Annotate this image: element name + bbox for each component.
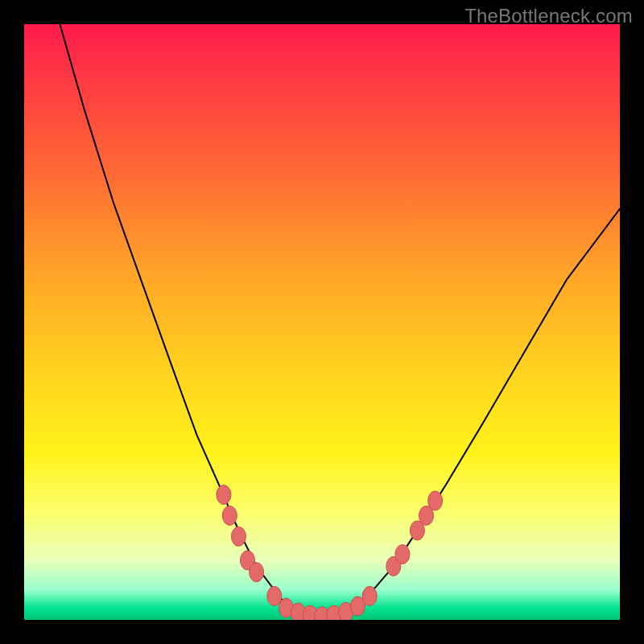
watermark-text: TheBottleneck.com	[464, 5, 633, 27]
data-marker	[231, 526, 246, 546]
curve-layer	[24, 24, 620, 620]
data-markers	[217, 485, 443, 620]
data-marker	[222, 506, 237, 526]
data-marker	[362, 586, 377, 605]
data-marker	[428, 491, 443, 510]
data-marker	[217, 485, 231, 505]
bottleneck-curve	[60, 24, 620, 617]
plot-area	[24, 24, 620, 620]
data-marker	[250, 563, 264, 582]
data-marker	[395, 545, 410, 564]
data-marker	[267, 586, 282, 605]
chart-frame: TheBottleneck.com	[0, 0, 644, 644]
